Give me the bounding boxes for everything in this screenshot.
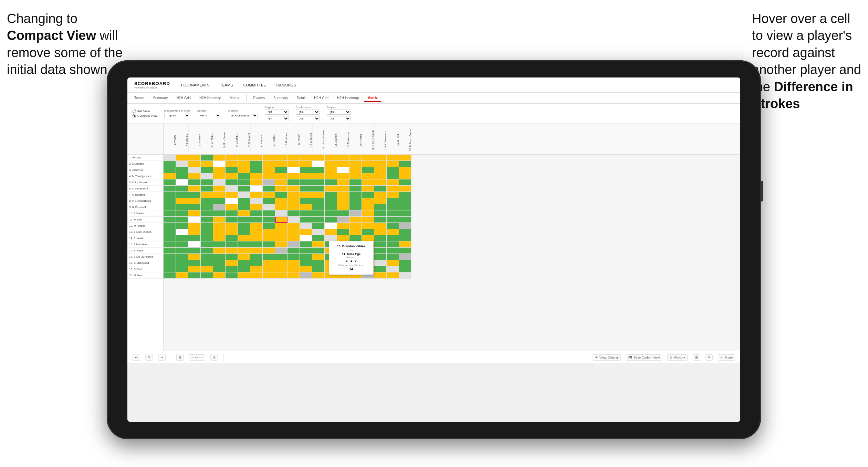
cell-10-9[interactable] <box>275 204 287 210</box>
cell-12-12[interactable] <box>300 223 312 229</box>
tab-matrix2[interactable]: Matrix <box>364 95 381 102</box>
cell-11-11[interactable] <box>287 217 300 223</box>
cell-16-11[interactable] <box>349 217 362 223</box>
cell-15-7[interactable] <box>337 192 349 198</box>
grid-button[interactable]: ⠿ <box>705 354 713 361</box>
tab-matrix[interactable]: Matrix <box>226 95 242 102</box>
cell-16-1[interactable] <box>349 155 362 161</box>
nav-tournaments[interactable]: TOURNAMENTS <box>180 82 210 88</box>
cell-18-6[interactable] <box>374 186 387 192</box>
cell-6-15[interactable] <box>226 241 238 248</box>
cell-5-15[interactable] <box>213 241 226 248</box>
radio-full-view[interactable]: Full View <box>133 110 157 113</box>
gender-select[interactable]: Men's <box>197 113 221 118</box>
cell-1-4[interactable] <box>164 173 176 179</box>
cell-10-17[interactable] <box>275 254 287 260</box>
cell-19-18[interactable] <box>387 260 399 266</box>
cell-2-1[interactable] <box>176 155 188 161</box>
cell-11-12[interactable] <box>287 223 300 229</box>
cell-7-4[interactable] <box>238 173 250 179</box>
cell-14-13[interactable] <box>325 229 337 235</box>
conference-select2[interactable]: (All) <box>296 116 320 121</box>
cell-1-12[interactable] <box>164 223 176 229</box>
cell-18-7[interactable] <box>374 192 387 198</box>
bookmark-button[interactable]: ⊕ <box>176 354 184 361</box>
cell-9-10[interactable] <box>263 210 275 217</box>
cell-2-12[interactable] <box>176 223 188 229</box>
cell-7-12[interactable] <box>238 223 250 229</box>
cell-1-7[interactable] <box>164 192 176 198</box>
cell-7-13[interactable] <box>238 229 250 235</box>
cell-2-15[interactable] <box>176 241 188 248</box>
cell-9-19[interactable] <box>263 266 275 272</box>
cell-7-19[interactable] <box>238 266 250 272</box>
cell-4-20[interactable] <box>201 272 213 279</box>
cell-12-1[interactable] <box>300 155 312 161</box>
cell-18-1[interactable] <box>374 155 387 161</box>
cell-18-15[interactable] <box>374 241 387 248</box>
cell-6-1[interactable] <box>226 155 238 161</box>
cell-20-18[interactable] <box>399 260 411 266</box>
cell-8-20[interactable] <box>250 272 263 279</box>
cell-17-5[interactable] <box>362 179 374 186</box>
cell-11-5[interactable] <box>287 179 300 186</box>
cell-18-2[interactable] <box>374 161 387 167</box>
cell-3-11[interactable] <box>188 217 201 223</box>
cell-13-2[interactable] <box>312 161 325 167</box>
players-select[interactable]: (All) <box>327 110 351 115</box>
cell-2-8[interactable] <box>176 198 188 204</box>
cell-19-12[interactable] <box>387 223 399 229</box>
cell-6-12[interactable] <box>226 223 238 229</box>
cell-10-2[interactable] <box>275 161 287 167</box>
cell-17-12[interactable] <box>362 223 374 229</box>
cell-3-20[interactable] <box>188 272 201 279</box>
cell-3-7[interactable] <box>188 192 201 198</box>
cell-20-15[interactable] <box>399 241 411 248</box>
cell-10-15[interactable] <box>275 241 287 248</box>
cell-9-6[interactable] <box>263 186 275 192</box>
cell-11-17[interactable] <box>287 254 300 260</box>
cell-20-16[interactable] <box>399 248 411 254</box>
cell-10-8[interactable] <box>275 198 287 204</box>
cell-1-10[interactable] <box>164 210 176 217</box>
cell-8-9[interactable] <box>250 204 263 210</box>
cell-10-11[interactable] <box>275 217 287 223</box>
cell-1-18[interactable] <box>164 260 176 266</box>
cell-10-19[interactable] <box>275 266 287 272</box>
cell-8-15[interactable] <box>250 241 263 248</box>
cell-9-2[interactable] <box>263 161 275 167</box>
cell-7-2[interactable] <box>238 161 250 167</box>
cell-15-12[interactable] <box>337 223 349 229</box>
cell-20-20[interactable] <box>399 272 411 279</box>
cell-3-14[interactable] <box>188 235 201 241</box>
cell-18-17[interactable] <box>374 254 387 260</box>
cell-6-18[interactable] <box>226 260 238 266</box>
cell-18-20[interactable] <box>374 272 387 279</box>
cell-13-11[interactable] <box>312 217 325 223</box>
cell-3-3[interactable] <box>188 167 201 173</box>
save-custom-button[interactable]: 💾 Save Custom View <box>626 354 662 361</box>
cell-9-14[interactable] <box>263 235 275 241</box>
cell-20-6[interactable] <box>399 186 411 192</box>
cell-15-9[interactable] <box>337 204 349 210</box>
cell-15-8[interactable] <box>337 198 349 204</box>
cell-19-16[interactable] <box>387 248 399 254</box>
cell-5-14[interactable] <box>213 235 226 241</box>
cell-9-3[interactable] <box>263 167 275 173</box>
cell-3-16[interactable] <box>188 248 201 254</box>
cell-11-16[interactable] <box>287 248 300 254</box>
cell-19-10[interactable] <box>387 210 399 217</box>
cell-6-2[interactable] <box>226 161 238 167</box>
cell-10-13[interactable] <box>275 229 287 235</box>
tab-players[interactable]: Players <box>250 95 268 102</box>
cell-3-9[interactable] <box>188 204 201 210</box>
cell-7-16[interactable] <box>238 248 250 254</box>
cell-8-11[interactable] <box>250 217 263 223</box>
cell-5-6[interactable] <box>213 186 226 192</box>
cell-12-3[interactable] <box>300 167 312 173</box>
cell-15-2[interactable] <box>337 161 349 167</box>
tab-h2h-grid[interactable]: H2H Grid <box>173 95 194 102</box>
cell-4-1[interactable] <box>201 155 213 161</box>
cell-12-6[interactable] <box>300 186 312 192</box>
cell-2-13[interactable] <box>176 229 188 235</box>
